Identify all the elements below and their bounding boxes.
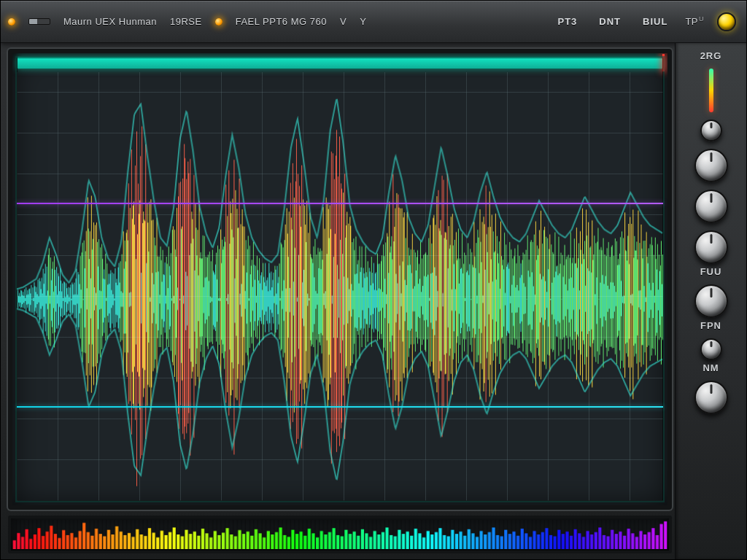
knob-freq[interactable]: [694, 149, 728, 182]
rec-led: [215, 18, 222, 26]
knob-nm-dial[interactable]: [700, 338, 722, 360]
clip-led-strip: [709, 69, 713, 112]
knob-gain[interactable]: [700, 120, 722, 141]
audio-analyzer-device: Maurn UEX Hunman19RSEFAEL PPT6 MG 760VYP…: [0, 0, 747, 560]
spectrum-strip[interactable]: [8, 516, 672, 553]
power-led: [8, 18, 15, 26]
knob-fpn[interactable]: FPN: [694, 284, 728, 331]
knob-aux-dial[interactable]: [694, 381, 728, 414]
waveform-canvas: [17, 72, 663, 501]
knob-master[interactable]: [717, 12, 736, 31]
knob-q[interactable]: [694, 190, 728, 223]
spectrum-canvas: [12, 520, 667, 549]
knob-nm[interactable]: NM: [700, 338, 722, 373]
marker-hi[interactable]: [17, 203, 663, 204]
label-rate: FAEL PPT6 MG 760: [236, 16, 327, 27]
label-y: Y: [360, 16, 366, 27]
channel-label: 2RG: [700, 50, 722, 61]
toolbar: Maurn UEX Hunman19RSEFAEL PPT6 MG 760VYP…: [1, 1, 746, 43]
knob-freq-dial[interactable]: [694, 149, 728, 182]
screen-column: [1, 43, 675, 559]
knob-fuu-dial[interactable]: [694, 230, 728, 264]
btn-biul[interactable]: BIUL: [638, 13, 672, 30]
playhead-progress[interactable]: [17, 56, 663, 69]
btn-dnt[interactable]: DNT: [595, 13, 625, 30]
btn-pt3[interactable]: PT3: [553, 13, 581, 30]
label-tpu: TPU: [685, 15, 704, 27]
label-mode: Maurn UEX Hunman: [63, 16, 157, 27]
side-panel: 2RG FUUFPNNM: [675, 43, 746, 559]
marker-lo[interactable]: [17, 406, 663, 408]
knob-fpn-label: FPN: [700, 320, 721, 331]
main-row: 2RG FUUFPNNM: [1, 43, 746, 559]
waveform-screen[interactable]: [8, 49, 672, 510]
knob-aux[interactable]: [694, 381, 728, 414]
level-mini-meter: [28, 18, 50, 25]
knob-fpn-dial[interactable]: [694, 284, 728, 318]
knob-fuu-label: FUU: [700, 266, 722, 277]
knob-gain-dial[interactable]: [700, 120, 722, 141]
label-sec: 19RSE: [170, 16, 202, 27]
knob-nm-label: NM: [703, 362, 719, 373]
knob-fuu[interactable]: FUU: [694, 230, 728, 277]
label-v: V: [340, 16, 347, 27]
knob-q-dial[interactable]: [694, 190, 728, 223]
